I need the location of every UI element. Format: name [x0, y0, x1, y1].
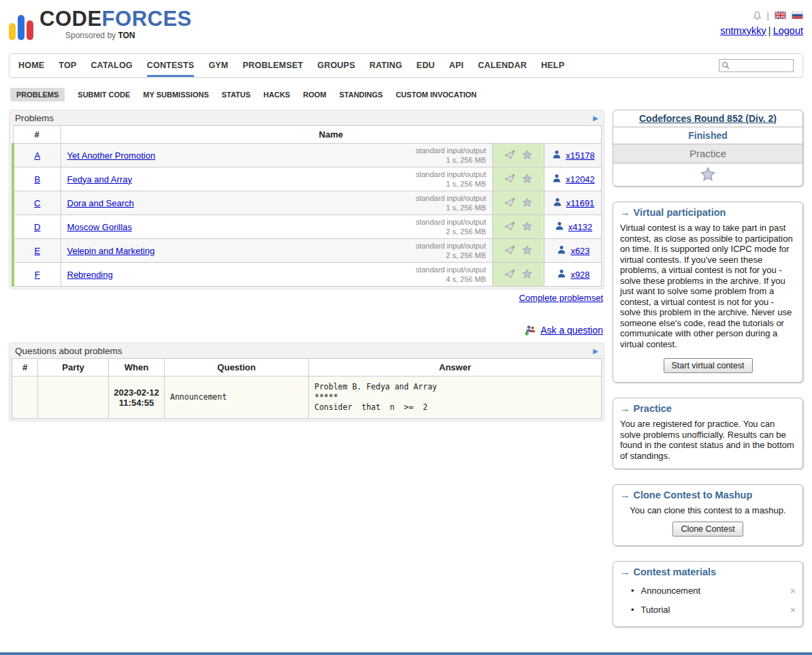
column-header-party: Party	[38, 359, 109, 377]
nav-item-catalog[interactable]: CATALOG	[91, 54, 132, 77]
ask-question-icon	[524, 325, 536, 336]
subnav-item-standings[interactable]: STANDINGS	[339, 88, 383, 101]
favorite-star-icon[interactable]	[700, 167, 715, 181]
close-icon[interactable]: ×	[790, 586, 796, 596]
nav-item-top[interactable]: TOP	[59, 54, 76, 77]
problem-constraints: standard input/output 2 s, 256 MB	[416, 241, 486, 260]
problem-letter-link[interactable]: F	[35, 270, 40, 280]
solved-count-link[interactable]: x12042	[551, 174, 595, 185]
table-row: C Dora and Search standard input/output …	[13, 191, 602, 215]
problem-index-cell: B	[13, 167, 61, 191]
nav-item-help[interactable]: HELP	[541, 54, 564, 77]
person-icon	[557, 269, 566, 280]
logout-link[interactable]: Logout	[773, 25, 803, 36]
logo-bar-yellow	[9, 23, 16, 40]
problem-name-link[interactable]: Fedya and Array	[67, 174, 132, 185]
problem-constraints: standard input/output 4 s, 256 MB	[416, 265, 486, 284]
subnav-item-room[interactable]: ROOM	[303, 88, 326, 101]
virtual-participation-caption: →Virtual participation	[613, 202, 802, 221]
solved-count-cell: x623	[545, 239, 602, 263]
solved-count-link[interactable]: x928	[555, 269, 589, 280]
favorite-star-icon[interactable]	[522, 174, 532, 185]
solved-count-link[interactable]: x15178	[551, 150, 595, 161]
problems-header-row: # Name	[13, 126, 602, 144]
solved-count-link[interactable]: x623	[555, 245, 589, 256]
subnav-item-status[interactable]: STATUS	[222, 88, 250, 101]
hack-plane-icon[interactable]	[504, 221, 515, 233]
problem-letter-link[interactable]: E	[34, 246, 40, 256]
hack-plane-icon[interactable]	[504, 174, 515, 185]
hack-plane-icon[interactable]	[504, 269, 515, 281]
column-header-question: Question	[165, 359, 309, 377]
problem-letter-link[interactable]: D	[34, 222, 40, 232]
problem-letter-link[interactable]: C	[34, 198, 40, 208]
flag-ru-icon[interactable]	[792, 12, 803, 19]
problem-letter-link[interactable]: A	[34, 150, 40, 161]
start-virtual-contest-button[interactable]: Start virtual contest	[664, 358, 753, 373]
problem-name-link[interactable]: Yet Another Promotion	[67, 150, 156, 161]
nav-item-home[interactable]: HOME	[18, 54, 44, 77]
nav-item-calendar[interactable]: CALENDAR	[478, 54, 527, 77]
caption-arrow-icon: →	[620, 566, 630, 577]
person-icon	[553, 174, 561, 185]
codeforces-logo[interactable]: CODEFORCES Sponsored by TON	[9, 8, 192, 40]
problem-letter-link[interactable]: B	[34, 174, 40, 185]
problem-constraints: standard input/output 2 s, 256 MB	[416, 217, 486, 236]
column-header-name: Name	[61, 126, 602, 144]
nav-item-api[interactable]: API	[449, 54, 464, 77]
collapse-arrow-icon[interactable]: ▶	[593, 347, 598, 355]
problem-name-link[interactable]: Dora and Search	[67, 198, 134, 208]
question-text-cell: Announcement	[165, 377, 309, 419]
nav-item-problemset[interactable]: PROBLEMSET	[242, 54, 303, 77]
hack-plane-icon[interactable]	[504, 245, 515, 257]
ask-question-link[interactable]: Ask a question	[540, 325, 603, 336]
nav-item-gym[interactable]: GYM	[208, 54, 228, 77]
username-link[interactable]: sntmxykky	[720, 25, 766, 36]
nav-item-rating[interactable]: RATING	[370, 54, 402, 77]
logo-bar-blue	[18, 15, 25, 40]
problem-name-link[interactable]: Velepin and Marketing	[67, 246, 155, 256]
practice-box: →Practice You are registered for practic…	[613, 398, 803, 469]
subnav-item-custom-invocation[interactable]: CUSTOM INVOCATION	[395, 88, 476, 101]
solved-count-link[interactable]: x11691	[551, 197, 595, 208]
clone-contest-button[interactable]: Clone Contest	[672, 522, 743, 537]
nav-item-edu[interactable]: EDU	[417, 54, 435, 77]
subnav-item-problems[interactable]: PROBLEMS	[10, 88, 65, 101]
nav-item-groups[interactable]: GROUPS	[317, 54, 355, 77]
favorite-star-icon[interactable]	[522, 197, 532, 209]
column-header-num: #	[12, 359, 38, 377]
bell-icon[interactable]	[753, 11, 762, 20]
table-row: A Yet Another Promotion standard input/o…	[13, 144, 602, 167]
problem-actions-cell	[493, 191, 545, 215]
problem-name-link[interactable]: Rebrending	[67, 270, 113, 280]
subnav-item-my-submissions[interactable]: MY SUBMISSIONS	[143, 88, 208, 101]
problem-name-link[interactable]: Moscow Gorillas	[67, 222, 132, 232]
material-tutorial-link[interactable]: Tutorial	[641, 605, 670, 615]
problem-actions-cell	[493, 144, 545, 167]
complete-problemset-link[interactable]: Complete problemset	[519, 293, 603, 303]
favorite-star-icon[interactable]	[522, 269, 532, 281]
favorite-star-icon[interactable]	[522, 150, 532, 161]
logo-bars-icon	[9, 15, 33, 40]
problem-io: standard input/output	[416, 265, 486, 274]
material-announcement-link[interactable]: Announcement	[641, 586, 700, 596]
caption-arrow-icon: →	[620, 490, 630, 500]
solved-count-link[interactable]: x4132	[553, 221, 592, 232]
search-input[interactable]	[732, 60, 792, 71]
solved-count-value: x11691	[566, 198, 595, 208]
hack-plane-icon[interactable]	[504, 197, 515, 209]
solved-count-cell: x928	[545, 263, 602, 287]
contest-materials-caption: →Contest materials	[613, 562, 802, 580]
close-icon[interactable]: ×	[790, 605, 796, 616]
flag-en-icon[interactable]	[775, 12, 786, 19]
page: CODEFORCES Sponsored by TON | sntmxykky|…	[0, 0, 812, 655]
hack-plane-icon[interactable]	[504, 150, 515, 161]
questions-caption-label: Questions about problems	[15, 346, 123, 356]
favorite-star-icon[interactable]	[522, 245, 532, 257]
collapse-arrow-icon[interactable]: ▶	[593, 114, 598, 122]
favorite-star-icon[interactable]	[522, 221, 532, 233]
subnav-item-submit-code[interactable]: SUBMIT CODE	[78, 88, 130, 101]
subnav-item-hacks[interactable]: HACKS	[263, 88, 290, 101]
contest-title-link[interactable]: Codeforces Round 852 (Div. 2)	[639, 113, 777, 124]
nav-item-contests[interactable]: CONTESTS	[147, 54, 195, 77]
